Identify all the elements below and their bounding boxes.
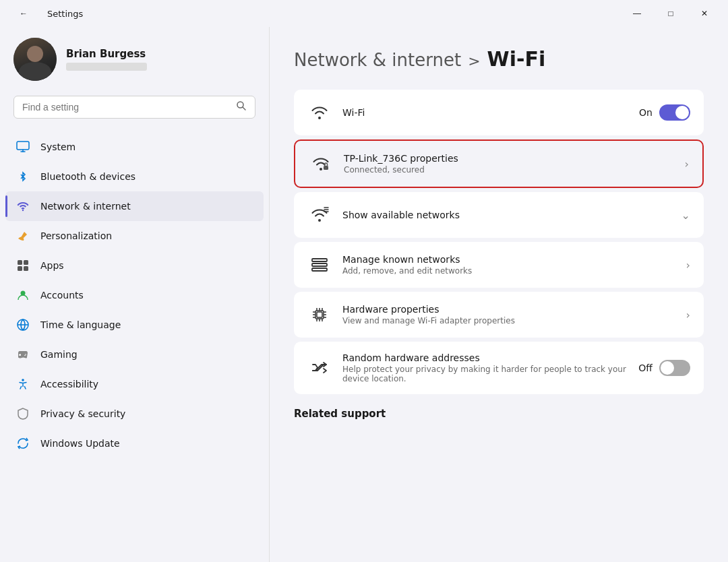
sidebar-item-time[interactable]: Time & language <box>5 310 264 340</box>
sidebar-item-accounts[interactable]: Accounts <box>5 280 264 310</box>
sidebar-item-update[interactable]: Windows Update <box>5 429 264 458</box>
refresh-icon <box>15 435 31 451</box>
sidebar-item-label-time: Time & language <box>40 319 254 330</box>
svg-rect-14 <box>19 354 21 356</box>
svg-point-5 <box>22 210 24 211</box>
hardware-props-action: › <box>686 309 690 321</box>
sidebar-item-privacy[interactable]: Privacy & security <box>5 399 264 429</box>
sidebar-item-label-bluetooth: Bluetooth & devices <box>40 171 254 182</box>
random-hw-subtitle: Help protect your privacy by making it h… <box>342 365 628 383</box>
avatar <box>13 38 57 81</box>
search-icon <box>236 100 247 114</box>
minimize-button[interactable]: — <box>621 3 653 24</box>
random-hw-action: Off <box>638 360 690 376</box>
show-networks-title: Show available networks <box>342 210 671 220</box>
shuffle-icon <box>307 356 332 380</box>
svg-rect-9 <box>24 266 28 271</box>
hardware-props-text: Hardware properties View and manage Wi-F… <box>342 304 675 325</box>
sidebar-item-bluetooth[interactable]: Bluetooth & devices <box>5 162 264 191</box>
tplink-row[interactable]: TP-Link_736C properties Connected, secur… <box>295 141 702 187</box>
manage-networks-card: Manage known networks Add, remove, and e… <box>294 242 704 288</box>
wifi-toggle-card: Wi-Fi On <box>294 90 704 135</box>
sidebar-item-system[interactable]: System <box>5 132 264 162</box>
toggle-knob-2 <box>661 361 674 375</box>
hardware-props-subtitle: View and manage Wi-Fi adapter properties <box>342 316 675 325</box>
svg-rect-22 <box>312 259 327 261</box>
tplink-card: TP-Link_736C properties Connected, secur… <box>294 139 704 188</box>
wifi-toggle-action: On <box>639 104 690 121</box>
user-name: Brian Burgess <box>66 48 255 60</box>
sidebar-item-label-gaming: Gaming <box>40 349 254 360</box>
sidebar-item-accessibility[interactable]: Accessibility <box>5 369 264 399</box>
sidebar-item-personalization[interactable]: Personalization <box>5 221 264 251</box>
svg-rect-2 <box>17 142 29 150</box>
accessibility-icon <box>15 376 31 392</box>
controller-icon <box>15 346 31 363</box>
sidebar-item-label-privacy: Privacy & security <box>40 408 254 419</box>
manage-networks-subtitle: Add, remove, and edit networks <box>342 266 675 276</box>
manage-networks-title: Manage known networks <box>342 254 675 265</box>
wifi-toggle-switch[interactable] <box>659 104 690 121</box>
chevron-right-icon-3: › <box>686 309 690 321</box>
sidebar: Brian Burgess <box>0 27 270 562</box>
toggle-knob <box>675 106 689 119</box>
sidebar-item-label-accounts: Accounts <box>40 290 254 301</box>
user-section[interactable]: Brian Burgess <box>13 35 255 84</box>
shield-icon <box>15 406 31 422</box>
svg-point-16 <box>24 355 26 356</box>
svg-point-15 <box>25 354 26 355</box>
user-email <box>66 63 147 71</box>
wifi-toggle-label: On <box>639 107 653 118</box>
random-hw-title: Random hardware addresses <box>342 352 628 363</box>
sidebar-item-label-system: System <box>40 142 254 152</box>
chip-icon <box>307 303 332 327</box>
monitor-icon <box>15 139 31 155</box>
breadcrumb-separator: > <box>468 53 480 69</box>
sidebar-item-apps[interactable]: Apps <box>5 251 264 280</box>
show-networks-card: Show available networks ⌄ <box>294 192 704 238</box>
avatar-image <box>13 38 57 81</box>
wifi-lock-icon <box>309 152 333 176</box>
svg-rect-23 <box>312 263 327 266</box>
svg-rect-24 <box>312 268 327 271</box>
manage-networks-action: › <box>686 259 690 272</box>
hardware-props-card: Hardware properties View and manage Wi-F… <box>294 292 704 338</box>
close-button[interactable]: ✕ <box>689 3 720 24</box>
breadcrumb-current: Wi-Fi <box>487 47 546 71</box>
globe-icon <box>15 317 31 333</box>
user-info: Brian Burgess <box>66 48 255 71</box>
apps-icon <box>15 257 31 274</box>
main-content: Network & internet > Wi-Fi Wi-Fi On <box>270 27 728 562</box>
sidebar-item-gaming[interactable]: Gaming <box>5 340 264 369</box>
search-input[interactable] <box>22 102 231 113</box>
show-networks-row[interactable]: Show available networks ⌄ <box>294 192 704 238</box>
manage-networks-row[interactable]: Manage known networks Add, remove, and e… <box>294 242 704 288</box>
svg-rect-6 <box>18 260 22 265</box>
svg-rect-26 <box>317 312 322 317</box>
tplink-title: TP-Link_736C properties <box>344 153 674 164</box>
hardware-props-row[interactable]: Hardware properties View and manage Wi-F… <box>294 292 704 338</box>
random-hw-card: Random hardware addresses Help protect y… <box>294 342 704 394</box>
titlebar-controls: — □ ✕ <box>621 3 720 24</box>
sidebar-item-label-accessibility: Accessibility <box>40 379 254 389</box>
maximize-button[interactable]: □ <box>655 3 686 24</box>
random-hw-row[interactable]: Random hardware addresses Help protect y… <box>294 342 704 394</box>
svg-point-17 <box>22 379 24 381</box>
svg-line-1 <box>243 107 245 110</box>
chevron-right-icon: › <box>685 158 689 170</box>
chevron-right-icon-2: › <box>686 259 690 272</box>
wifi-toggle-row[interactable]: Wi-Fi On <box>294 90 704 135</box>
show-networks-action: ⌄ <box>681 209 690 222</box>
wifi-toggle-text: Wi-Fi <box>342 107 628 118</box>
random-hw-label: Off <box>638 363 653 373</box>
tplink-subtitle: Connected, secured <box>344 165 674 175</box>
list-icon <box>307 253 332 277</box>
search-box[interactable] <box>13 96 255 119</box>
random-hw-toggle[interactable] <box>659 360 690 376</box>
sidebar-item-label-update: Windows Update <box>40 438 254 449</box>
back-button[interactable]: ← <box>8 3 39 24</box>
sidebar-item-network[interactable]: Network & internet <box>5 191 264 221</box>
app-body: Brian Burgess <box>0 27 728 562</box>
tplink-text: TP-Link_736C properties Connected, secur… <box>344 153 674 175</box>
hardware-props-title: Hardware properties <box>342 304 675 315</box>
